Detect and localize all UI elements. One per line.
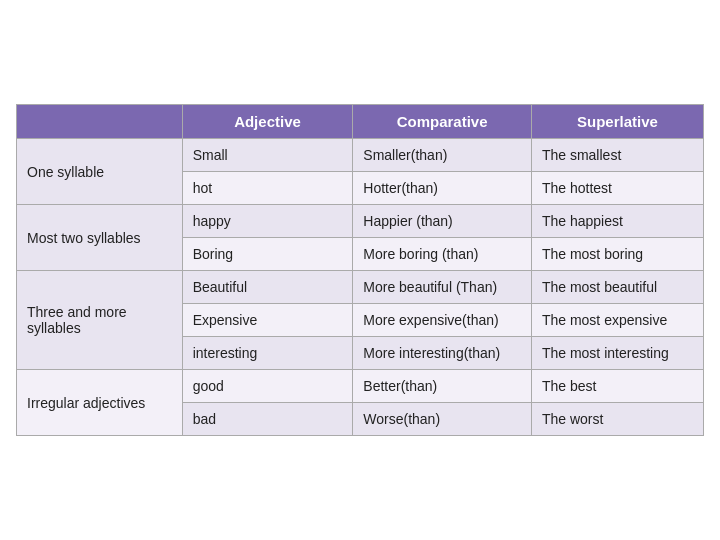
header-superlative: Superlative: [531, 105, 703, 139]
comparative-cell: More boring (than): [353, 238, 532, 271]
superlative-cell: The most expensive: [531, 304, 703, 337]
comparative-cell: Happier (than): [353, 205, 532, 238]
grammar-table: Adjective Comparative Superlative One sy…: [16, 104, 704, 436]
comparative-cell: Hotter(than): [353, 172, 532, 205]
comparative-cell: Smaller(than): [353, 139, 532, 172]
header-blank: [17, 105, 183, 139]
comparative-cell: Better(than): [353, 370, 532, 403]
category-cell: Three and more syllables: [17, 271, 183, 370]
comparative-cell: More interesting(than): [353, 337, 532, 370]
adjective-cell: Beautiful: [182, 271, 353, 304]
comparative-cell: Worse(than): [353, 403, 532, 436]
superlative-cell: The most interesting: [531, 337, 703, 370]
superlative-cell: The most beautiful: [531, 271, 703, 304]
superlative-cell: The worst: [531, 403, 703, 436]
superlative-cell: The best: [531, 370, 703, 403]
category-cell: One syllable: [17, 139, 183, 205]
superlative-cell: The smallest: [531, 139, 703, 172]
superlative-cell: The happiest: [531, 205, 703, 238]
table-row: One syllableSmallSmaller(than)The smalle…: [17, 139, 704, 172]
table-row: Irregular adjectivesgoodBetter(than)The …: [17, 370, 704, 403]
adjective-cell: bad: [182, 403, 353, 436]
comparative-cell: More beautiful (Than): [353, 271, 532, 304]
table-row: Three and more syllablesBeautifulMore be…: [17, 271, 704, 304]
header-adjective: Adjective: [182, 105, 353, 139]
adjective-cell: Small: [182, 139, 353, 172]
superlative-cell: The most boring: [531, 238, 703, 271]
adjective-cell: hot: [182, 172, 353, 205]
adjective-cell: happy: [182, 205, 353, 238]
table-row: Most two syllableshappyHappier (than)The…: [17, 205, 704, 238]
superlative-cell: The hottest: [531, 172, 703, 205]
adjective-cell: Expensive: [182, 304, 353, 337]
comparative-cell: More expensive(than): [353, 304, 532, 337]
adjective-cell: interesting: [182, 337, 353, 370]
adjective-cell: good: [182, 370, 353, 403]
category-cell: Irregular adjectives: [17, 370, 183, 436]
adjective-cell: Boring: [182, 238, 353, 271]
category-cell: Most two syllables: [17, 205, 183, 271]
header-comparative: Comparative: [353, 105, 532, 139]
